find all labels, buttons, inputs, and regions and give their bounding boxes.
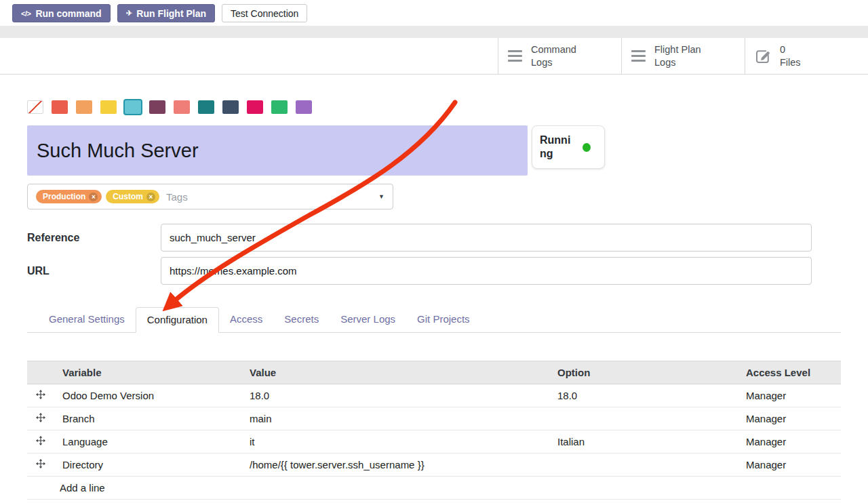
column-option: Option: [549, 361, 738, 384]
tab-git-projects[interactable]: Git Projects: [406, 307, 481, 332]
remove-tag-icon[interactable]: ×: [146, 193, 155, 201]
url-input[interactable]: [161, 257, 812, 285]
cell-value[interactable]: main: [241, 407, 549, 430]
status-green-dot-icon: [583, 143, 591, 152]
cell-variable[interactable]: Language: [54, 430, 241, 454]
color-swatch-teal[interactable]: [198, 100, 214, 114]
url-label: URL: [27, 265, 161, 277]
edit-icon: [755, 48, 771, 64]
table-row: Branch main Manager: [27, 407, 841, 430]
tab-server-logs[interactable]: Server Logs: [330, 307, 406, 332]
table-header-row: Variable Value Option Access Level: [27, 361, 841, 384]
color-swatch-magenta[interactable]: [247, 100, 263, 114]
files-count: 0: [780, 43, 801, 56]
color-swatch-cyan-selected[interactable]: [125, 100, 141, 114]
files-button[interactable]: 0 Files: [745, 38, 868, 74]
tags-placeholder: Tags: [166, 191, 188, 203]
paper-plane-icon: ✈: [126, 9, 132, 18]
drag-handle[interactable]: [27, 430, 54, 454]
code-icon: </>: [21, 9, 31, 18]
tag-custom-label: Custom: [113, 192, 143, 201]
table-row: Odoo Demo Version 18.0 18.0 Manager: [27, 384, 841, 407]
color-swatch-dark-purple[interactable]: [149, 100, 165, 114]
form-sheet: Running Production × Custom × Tags ▼ Ref…: [0, 100, 868, 500]
tab-secrets[interactable]: Secrets: [273, 307, 330, 332]
files-label: Files: [780, 56, 801, 69]
cell-value[interactable]: /home/{{ tower.server.ssh_username }}: [241, 454, 549, 477]
notebook-tabs: General Settings Configuration Access Se…: [27, 307, 841, 333]
flight-plan-logs-label: Flight Plan Logs: [654, 43, 717, 69]
column-access-level: Access Level: [738, 361, 841, 384]
table-row: Language it Italian Manager: [27, 430, 841, 454]
cell-value[interactable]: it: [241, 430, 549, 454]
tab-access[interactable]: Access: [219, 307, 273, 332]
cell-variable[interactable]: Odoo Demo Version: [54, 384, 241, 407]
flight-plan-logs-button[interactable]: Flight Plan Logs: [621, 38, 745, 74]
tab-configuration[interactable]: Configuration: [136, 307, 219, 333]
reference-field-row: Reference: [27, 224, 841, 252]
move-icon: [36, 390, 45, 399]
command-logs-label: Command Logs: [531, 43, 593, 69]
tab-general-settings[interactable]: General Settings: [38, 307, 136, 332]
command-logs-button[interactable]: Command Logs: [498, 38, 621, 74]
color-swatch-salmon[interactable]: [174, 100, 190, 114]
cell-access-level[interactable]: Manager: [738, 384, 841, 407]
move-icon: [36, 413, 45, 422]
color-swatch-orange[interactable]: [76, 100, 92, 114]
url-field-row: URL: [27, 257, 841, 285]
status-label: Running: [540, 134, 576, 161]
color-swatch-purple[interactable]: [296, 100, 312, 114]
remove-tag-icon[interactable]: ×: [89, 193, 98, 201]
cell-option[interactable]: [549, 407, 738, 430]
tag-production-label: Production: [43, 192, 85, 201]
add-line-row: Add a line: [27, 477, 841, 500]
color-swatch-dark-blue[interactable]: [222, 100, 239, 114]
color-swatch-red[interactable]: [52, 100, 68, 114]
drag-handle[interactable]: [27, 407, 54, 430]
tag-production: Production ×: [36, 190, 102, 203]
cell-value[interactable]: 18.0: [241, 384, 549, 407]
reference-input[interactable]: [161, 224, 812, 252]
drag-handle[interactable]: [27, 454, 54, 477]
cell-access-level[interactable]: Manager: [738, 430, 841, 454]
cell-option[interactable]: 18.0: [549, 384, 738, 407]
stat-button-row: Command Logs Flight Plan Logs 0 Files: [0, 38, 868, 75]
list-icon: [631, 50, 646, 62]
chevron-down-icon[interactable]: ▼: [378, 193, 384, 200]
tag-custom: Custom ×: [106, 190, 159, 203]
cell-access-level[interactable]: Manager: [738, 454, 841, 477]
drag-handle[interactable]: [27, 384, 54, 407]
cell-option[interactable]: [549, 454, 738, 477]
run-command-label: Run command: [35, 8, 101, 19]
run-flight-plan-button[interactable]: ✈ Run Flight Plan: [117, 4, 215, 22]
test-connection-button[interactable]: Test Connection: [222, 4, 307, 22]
test-connection-label: Test Connection: [231, 8, 298, 19]
cell-access-level[interactable]: Manager: [738, 407, 841, 430]
cell-option[interactable]: Italian: [549, 430, 738, 454]
table-row: Directory /home/{{ tower.server.ssh_user…: [27, 454, 841, 477]
color-swatch-green[interactable]: [271, 100, 288, 114]
handle-column-header: [27, 361, 54, 384]
move-icon: [36, 459, 45, 468]
move-icon: [36, 436, 45, 445]
server-name-input[interactable]: [27, 125, 528, 176]
list-icon: [508, 50, 522, 62]
variables-table: Variable Value Option Access Level Odoo …: [27, 361, 841, 500]
run-flight-plan-label: Run Flight Plan: [136, 8, 206, 19]
run-command-button[interactable]: </> Run command: [12, 4, 111, 22]
color-swatch-yellow[interactable]: [100, 100, 117, 114]
cell-variable[interactable]: Branch: [54, 407, 241, 430]
color-picker: [27, 100, 841, 114]
cell-variable[interactable]: Directory: [54, 454, 241, 477]
tags-field[interactable]: Production × Custom × Tags ▼: [27, 184, 393, 209]
add-a-line-link[interactable]: Add a line: [27, 477, 841, 500]
name-row: Running: [27, 125, 841, 176]
reference-label: Reference: [27, 232, 161, 244]
action-toolbar: </> Run command ✈ Run Flight Plan Test C…: [0, 0, 868, 26]
column-value: Value: [241, 361, 549, 384]
page-background-strip: [0, 26, 868, 38]
column-variable: Variable: [54, 361, 241, 384]
status-running-badge[interactable]: Running: [532, 125, 605, 169]
color-swatch-none[interactable]: [27, 100, 43, 114]
